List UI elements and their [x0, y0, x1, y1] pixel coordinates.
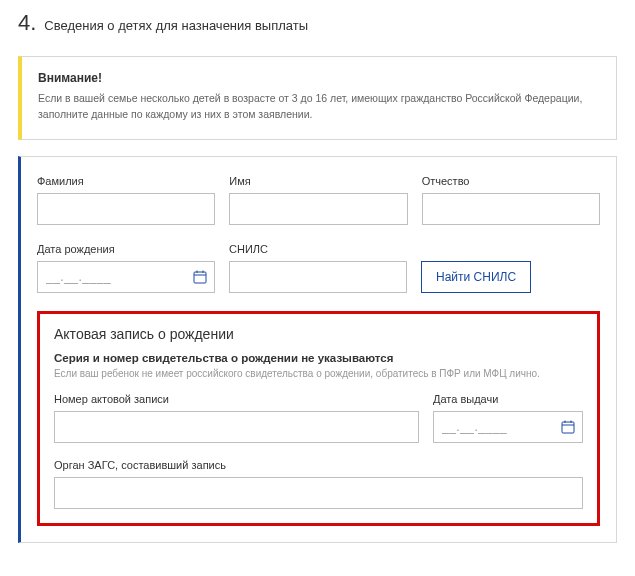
snils-label: СНИЛС — [229, 243, 407, 255]
name-field: Имя — [229, 175, 407, 225]
dob-label: Дата рождения — [37, 243, 215, 255]
section-number: 4. — [18, 10, 36, 36]
birth-record-note: Если ваш ребенок не имеет российского св… — [54, 368, 583, 379]
warning-body: Если в вашей семье несколько детей в воз… — [38, 91, 600, 123]
section-title: Сведения о детях для назначения выплаты — [44, 18, 308, 35]
name-input[interactable] — [229, 193, 407, 225]
record-number-input[interactable] — [54, 411, 419, 443]
birth-record-title: Актовая запись о рождении — [54, 326, 583, 342]
find-snils-wrap: . Найти СНИЛС — [421, 243, 531, 293]
name-label: Имя — [229, 175, 407, 187]
record-row: Номер актовой записи Дата выдачи — [54, 393, 583, 443]
warning-heading: Внимание! — [38, 71, 600, 85]
birth-record-sub: Серия и номер свидетельства о рождении н… — [54, 352, 583, 364]
issue-date-field: Дата выдачи — [433, 393, 583, 443]
patronymic-label: Отчество — [422, 175, 600, 187]
snils-field: СНИЛС — [229, 243, 407, 293]
dob-field: Дата рождения — [37, 243, 215, 293]
zags-field: Орган ЗАГС, составивший запись — [54, 459, 583, 509]
children-form-panel: Фамилия Имя Отчество Дата рождения СНИЛС — [18, 156, 617, 543]
dob-input[interactable] — [37, 261, 215, 293]
section-header: 4. Сведения о детях для назначения выпла… — [0, 0, 635, 50]
zags-input[interactable] — [54, 477, 583, 509]
issue-date-input[interactable] — [433, 411, 583, 443]
record-number-field: Номер актовой записи — [54, 393, 419, 443]
snils-input[interactable] — [229, 261, 407, 293]
warning-box: Внимание! Если в вашей семье несколько д… — [18, 56, 617, 140]
surname-field: Фамилия — [37, 175, 215, 225]
patronymic-field: Отчество — [422, 175, 600, 225]
name-row: Фамилия Имя Отчество — [37, 175, 600, 225]
patronymic-input[interactable] — [422, 193, 600, 225]
birth-record-highlight: Актовая запись о рождении Серия и номер … — [37, 311, 600, 526]
surname-label: Фамилия — [37, 175, 215, 187]
dob-snils-row: Дата рождения СНИЛС . Найти СНИЛС — [37, 243, 600, 293]
record-number-label: Номер актовой записи — [54, 393, 419, 405]
surname-input[interactable] — [37, 193, 215, 225]
issue-date-label: Дата выдачи — [433, 393, 583, 405]
find-snils-button[interactable]: Найти СНИЛС — [421, 261, 531, 293]
zags-label: Орган ЗАГС, составивший запись — [54, 459, 583, 471]
